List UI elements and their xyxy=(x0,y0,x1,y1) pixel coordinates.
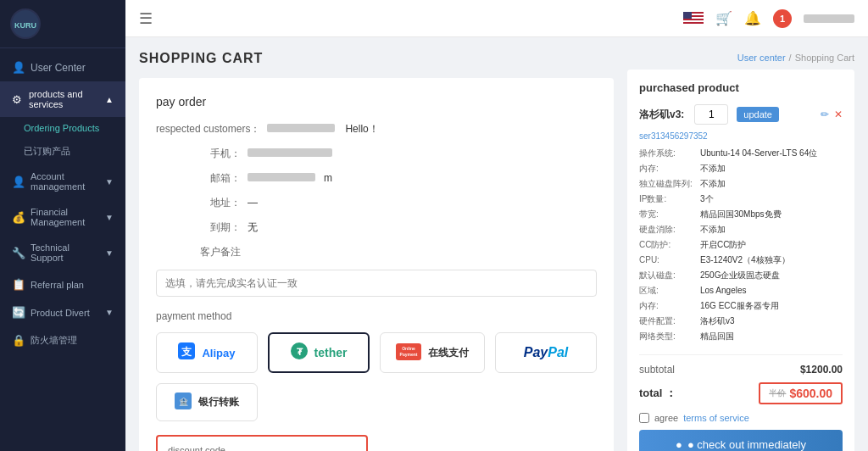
sidebar-item-financial-management[interactable]: 💰 Financial Management ▼ xyxy=(0,199,125,235)
alipay-icon: 支 xyxy=(178,342,195,363)
detail-memory: 内存: 不添加 xyxy=(639,161,843,176)
bank-icon: 🏦 xyxy=(175,393,192,412)
email-row: 邮箱： m xyxy=(156,171,597,186)
total-row: total ： 半价 $600.00 xyxy=(639,382,843,404)
sidebar-item-product-divert[interactable]: 🔄 Product Divert ▼ xyxy=(0,298,125,326)
divert-icon: 🔄 xyxy=(12,306,24,319)
logo[interactable]: KURU xyxy=(0,0,125,48)
svg-rect-6 xyxy=(683,24,704,25)
menu-toggle-button[interactable]: ☰ xyxy=(139,9,153,28)
sidebar-item-my-orders[interactable]: 已订购产品 xyxy=(0,139,125,164)
total-label: total ： xyxy=(639,386,676,401)
sidebar-item-label: Product Divert xyxy=(31,308,90,318)
product-name: 洛杉矶v3: xyxy=(639,108,684,122)
address-value: — xyxy=(248,197,258,209)
user-badge: 1 xyxy=(773,9,792,28)
detail-default-disk: 默认磁盘: 250G企业级固态硬盘 xyxy=(639,268,843,283)
main-area: ☰ 🛒 🔔 1 SHO xyxy=(125,0,868,451)
page-title: SHOPPING CART xyxy=(139,51,614,66)
discount-label: discount code xyxy=(168,445,356,451)
chevron-down-icon: ▼ xyxy=(105,248,114,258)
chevron-down-icon: ▼ xyxy=(105,308,114,317)
referral-icon: 📋 xyxy=(12,278,24,291)
alipay-label: Alipay xyxy=(202,347,235,359)
customer-label: respected customers： xyxy=(156,122,260,136)
email-label: 邮箱： xyxy=(156,171,241,186)
breadcrumb-current: Shopping Cart xyxy=(795,53,854,63)
address-row: 地址： — xyxy=(156,196,597,210)
paypal-payment-card[interactable]: PayPal xyxy=(495,332,597,373)
sidebar-menu: 👤 User Center ⚙ products and services ▲ … xyxy=(0,48,125,451)
terms-checkbox[interactable] xyxy=(639,413,649,423)
breadcrumb-separator: / xyxy=(789,53,792,63)
language-selector[interactable] xyxy=(683,12,704,25)
checkout-label: ● check out immediately xyxy=(687,438,806,451)
left-panel: SHOPPING CART pay order respected custom… xyxy=(139,51,614,451)
sidebar-item-label: Financial Management xyxy=(31,207,98,227)
quantity-input[interactable] xyxy=(694,104,728,125)
svg-text:支: 支 xyxy=(181,346,192,358)
terms-link[interactable]: terms of service xyxy=(683,413,749,423)
total-amount-box: 半价 $600.00 xyxy=(759,382,843,404)
phone-row: 手机： xyxy=(156,147,597,161)
sidebar-item-products-services[interactable]: ⚙ products and services ▲ xyxy=(0,81,125,117)
purchased-title: purchased product xyxy=(639,81,843,94)
agree-text: agree xyxy=(654,413,678,423)
edit-icon[interactable]: ✏ xyxy=(821,109,829,120)
discount-code-box: discount code Ks9l1y8T 折扣 5折 终身 remove xyxy=(156,435,368,451)
sidebar-item-label: Account management xyxy=(31,171,98,192)
customer-hello: Hello！ xyxy=(345,122,378,136)
date-value: 无 xyxy=(248,220,258,235)
detail-region: 区域: Los Angeles xyxy=(639,283,843,298)
account-icon: 👤 xyxy=(12,175,24,188)
remark-row: 客户备注 xyxy=(156,245,597,259)
sidebar-item-label: Technical Support xyxy=(31,242,98,263)
subtotal-amount: $1200.00 xyxy=(800,364,843,376)
alipay-payment-card[interactable]: 支 Alipay xyxy=(156,332,258,373)
date-row: 到期： 无 xyxy=(156,220,597,235)
tether-payment-card[interactable]: ₮ tether xyxy=(268,332,370,373)
purchased-box: purchased product 洛杉矶v3: update ✏ ✕ ser3… xyxy=(627,70,854,451)
financial-icon: 💰 xyxy=(12,211,24,224)
sidebar-item-firewall-management[interactable]: 🔒 防火墙管理 xyxy=(0,326,125,354)
checkout-button[interactable]: ● ● check out immediately xyxy=(639,430,843,451)
sidebar-item-user-center[interactable]: 👤 User Center xyxy=(0,53,125,81)
payment-methods: 支 Alipay ₮ tether OnlinePaym xyxy=(156,332,597,373)
breadcrumb: User center / Shopping Cart xyxy=(627,51,854,70)
bank-transfer-card[interactable]: 🏦 银行转账 xyxy=(156,383,258,421)
sidebar-item-label: 防火墙管理 xyxy=(31,334,77,347)
product-details: 操作系统: Ubuntu-14 04-Server-LTS 64位 内存: 不添… xyxy=(639,146,843,344)
update-button[interactable]: update xyxy=(737,107,779,122)
remark-input[interactable] xyxy=(156,270,597,297)
detail-hw-config: 硬件配置: 洛杉矶v3 xyxy=(639,314,843,329)
svg-text:Payment: Payment xyxy=(400,352,418,357)
sidebar-item-account-management[interactable]: 👤 Account management ▼ xyxy=(0,164,125,199)
sidebar-item-referral-plan[interactable]: 📋 Referral plan xyxy=(0,270,125,298)
subtotal-row: subtotal $1200.00 xyxy=(639,354,843,376)
breadcrumb-home[interactable]: User center xyxy=(737,53,786,63)
detail-network: 网络类型: 精品回国 xyxy=(639,329,843,344)
product-id: ser313456297352 xyxy=(639,131,843,141)
bell-icon[interactable]: 🔔 xyxy=(744,10,761,26)
tether-icon: ₮ xyxy=(291,342,308,363)
total-old-price: 半价 xyxy=(769,387,786,399)
product-header: 洛杉矶v3: update ✏ ✕ xyxy=(639,104,843,125)
sidebar-item-label: User Center xyxy=(31,62,86,74)
sidebar-subitem-label: Ordering Products xyxy=(24,123,99,133)
sidebar-item-label: Referral plan xyxy=(31,280,84,290)
delete-icon[interactable]: ✕ xyxy=(834,109,843,120)
online-payment-card[interactable]: OnlinePayment 在线支付 xyxy=(380,332,485,373)
sidebar-item-technical-support[interactable]: 🔧 Technical Support ▼ xyxy=(0,235,125,270)
svg-rect-7 xyxy=(683,12,692,19)
order-box: pay order respected customers： Hello！ 手机… xyxy=(139,78,614,451)
detail-os: 操作系统: Ubuntu-14 04-Server-LTS 64位 xyxy=(639,146,843,161)
agree-row: agree terms of service xyxy=(639,413,843,423)
sidebar-item-ordering-products[interactable]: Ordering Products xyxy=(0,117,125,139)
online-pay-label: 在线支付 xyxy=(428,346,469,360)
cart-icon[interactable]: 🛒 xyxy=(715,10,732,26)
svg-text:🏦: 🏦 xyxy=(179,397,189,407)
svg-text:KURU: KURU xyxy=(14,21,36,30)
email-suffix: m xyxy=(324,172,332,184)
detail-bandwidth: 带宽: 精品回国30Mbps免费 xyxy=(639,207,843,222)
payment-section-label: payment method xyxy=(156,310,597,322)
